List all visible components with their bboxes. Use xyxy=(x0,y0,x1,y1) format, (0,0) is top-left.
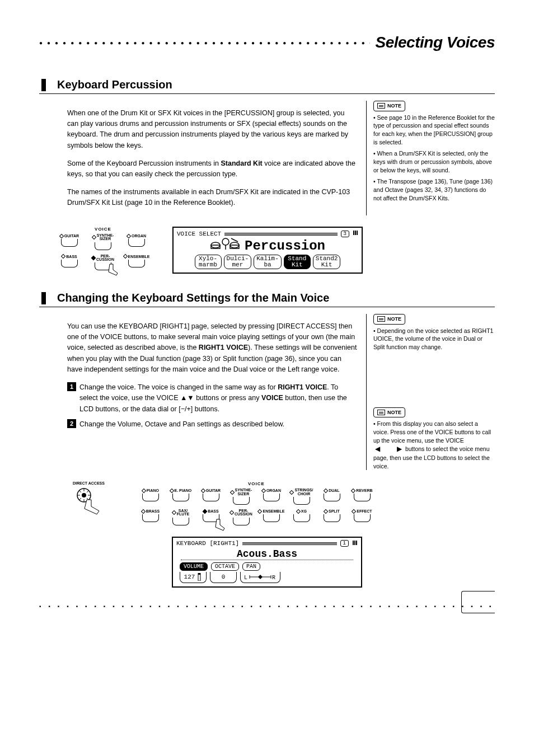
vc-btn-xg[interactable] xyxy=(293,514,310,522)
lcd2-title: KEYBOARD [RIGHT1] xyxy=(176,540,239,547)
vc-btn-guitar[interactable] xyxy=(203,494,219,501)
lcd-rule-icon xyxy=(224,232,337,236)
lcd2-val-pan: L R xyxy=(240,572,280,583)
lcd2-tab-octave[interactable]: OCTAVE xyxy=(211,562,239,571)
section1-body: When one of the Drum Kit or SFX Kit voic… xyxy=(39,101,357,215)
lcd-scroll-icon xyxy=(353,230,358,237)
section1-note2: • When a Drum/SFX Kit is selected, only … xyxy=(373,149,495,174)
lcd-big-text: Percussion xyxy=(245,238,325,253)
vc-btn-effect[interactable] xyxy=(354,514,371,522)
vc-label-percussion: PER-CUSSION xyxy=(96,255,114,262)
vc-label-organ: ORGAN xyxy=(132,234,146,238)
page-title: Selecting Voices xyxy=(376,34,495,51)
vc-label-bass: BASS xyxy=(208,509,218,513)
vc-label-synth: SYNTHE-SIZER xyxy=(97,234,114,241)
vc-btn-piano[interactable] xyxy=(142,494,159,501)
keyboard-icon xyxy=(377,103,385,109)
voice-cluster-small: VOICE GUITAR SYNTHE-SIZER ORGAN BASS PER… xyxy=(56,227,150,270)
drumkit-icon xyxy=(210,237,241,255)
vc-btn-epiano[interactable] xyxy=(172,494,189,501)
vc-label-guitar: GUITAR xyxy=(64,234,79,238)
vc-btn-brass[interactable] xyxy=(142,514,159,522)
lcd2-val-volume: 127 xyxy=(180,572,207,583)
page-number-box xyxy=(461,591,495,613)
svg-text:R: R xyxy=(272,575,275,580)
vc-btn-strings[interactable] xyxy=(293,497,310,505)
note-label: NOTE xyxy=(387,102,401,110)
section2-title: Changing the Keyboard Settings for the M… xyxy=(57,292,329,304)
svg-rect-24 xyxy=(198,573,200,575)
pan-slider-icon: L R xyxy=(244,574,277,580)
vc-label-dual: DUAL xyxy=(329,489,339,492)
lcd2-big-text: Acous.Bass xyxy=(181,548,353,560)
vc-label-effect: EFFECT xyxy=(357,509,372,513)
lcd2-val-octave: 0 xyxy=(210,572,237,583)
note-label: NOTE xyxy=(387,316,401,323)
svg-rect-21 xyxy=(354,541,355,545)
svg-marker-29 xyxy=(258,575,263,579)
s2p1b: RIGHT1 VOICE xyxy=(199,344,248,351)
lcd2-page-indicator: 1 xyxy=(340,540,349,547)
vc-label-bass: BASS xyxy=(66,255,77,259)
vc-btn-split[interactable] xyxy=(324,514,340,522)
vc-btn-guitar[interactable] xyxy=(61,239,78,247)
lcd-tab-kalimba[interactable]: Kalim-ba xyxy=(254,255,282,269)
vc-btn-synth[interactable] xyxy=(233,497,250,505)
vc-btn-organ[interactable] xyxy=(263,494,280,501)
section1-note3: • The Transpose (page 136), Tune (page 1… xyxy=(373,177,495,202)
vc-btn-sax[interactable] xyxy=(172,518,189,525)
svg-rect-1 xyxy=(355,231,356,235)
keyboard-icon xyxy=(377,316,385,322)
vc-btn-dual[interactable] xyxy=(324,494,340,501)
svg-rect-0 xyxy=(353,231,354,235)
section2-p1: You can use the KEYBOARD [RIGHT1] page, … xyxy=(67,321,357,375)
vc-btn-bass[interactable] xyxy=(61,260,78,267)
vc-label-organ: ORGAN xyxy=(266,489,281,492)
lcd-tab-xylo[interactable]: Xylo-marmb xyxy=(195,255,222,269)
vc-label-synth: SYNTHE-SIZER xyxy=(235,489,252,496)
footer-dots xyxy=(39,604,495,608)
vc-label-piano: PIANO xyxy=(147,489,159,492)
section1-p3: The names of the instruments available i… xyxy=(67,187,357,209)
direct-access-button-icon[interactable] xyxy=(74,487,102,515)
section2-note2: • From this display you can also select … xyxy=(373,420,495,470)
hand-pointer-icon xyxy=(105,263,122,278)
section2-note1: • Depending on the voice selected as RIG… xyxy=(373,327,495,351)
svg-point-5 xyxy=(222,238,229,245)
vc-label-brass: BRASS xyxy=(146,509,160,513)
vc-btn-ensemble[interactable] xyxy=(128,260,145,267)
note-label: NOTE xyxy=(387,409,401,416)
lcd2-tab-volume[interactable]: VOLUME xyxy=(180,562,208,571)
vc-btn-synth[interactable] xyxy=(95,242,111,250)
vc-label-xg: XG xyxy=(301,509,307,513)
vc-label-reverb: REVERB xyxy=(356,489,372,492)
svg-rect-22 xyxy=(356,541,357,545)
lcd2-tab-pan[interactable]: PAN xyxy=(242,562,260,571)
section1-title: Keyboard Percussion xyxy=(57,78,172,91)
direct-access-label: DIRECT ACCESS xyxy=(73,481,105,485)
section1-p2: Some of the Keyboard Percussion instrume… xyxy=(67,158,357,180)
section1-p1: When one of the Drum Kit or SFX Kit voic… xyxy=(67,108,357,152)
step-2-badge: 2 xyxy=(67,419,76,428)
volume-bar-icon xyxy=(196,573,202,581)
vc-btn-ensemble[interactable] xyxy=(263,514,280,522)
lcd-tab-standkit[interactable]: StandKit xyxy=(284,255,311,269)
lcd-tab-dulcimer[interactable]: Dulci-mer xyxy=(224,255,252,269)
lcd-page-indicator: 3 xyxy=(341,231,349,237)
step-1-badge: 1 xyxy=(67,382,76,391)
section1-note1: • See page 10 in the Reference Booklet f… xyxy=(373,114,495,147)
vc-btn-percussion[interactable] xyxy=(233,518,250,525)
triangle-left-right-icon: ◀▶ xyxy=(375,444,402,454)
svg-text:L: L xyxy=(244,575,247,580)
vc-label-percussion: PER-CUSSION xyxy=(235,509,252,516)
p2b: Standard Kit xyxy=(221,159,262,167)
section2-body: You can use the KEYBOARD [RIGHT1] page, … xyxy=(39,314,357,470)
direct-access-block: DIRECT ACCESS xyxy=(73,481,105,515)
voice-cluster-label: VOICE xyxy=(248,481,265,486)
vc-btn-organ[interactable] xyxy=(128,239,145,247)
vc-label-sax: SAX/FLUTE xyxy=(177,509,190,516)
vc-btn-reverb[interactable] xyxy=(354,494,371,501)
section2-sidebar: NOTE • Depending on the voice selected a… xyxy=(366,314,495,470)
lcd-tab-stand2kit[interactable]: Stand2Kit xyxy=(313,255,341,269)
lcd-title: VOICE SELECT xyxy=(177,231,221,237)
